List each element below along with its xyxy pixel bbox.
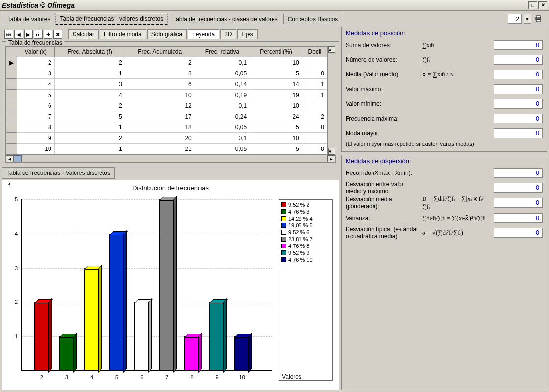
table-header[interactable]: Frec. Acumulada (125, 47, 195, 57)
frequency-table[interactable]: Valor (x)Frec. Absoluta (f)Frec. Acumula… (6, 47, 327, 154)
table-cell[interactable]: 0,1 (195, 57, 250, 68)
row-selector[interactable] (6, 68, 17, 79)
table-cell[interactable]: 2 (125, 57, 195, 68)
table-cell[interactable]: 6 (125, 79, 195, 90)
table-header[interactable]: Percentil(%) (250, 47, 302, 57)
table-cell[interactable]: 17 (125, 111, 195, 122)
main-tabs: Tabla de valores Tabla de frecuencias - … (0, 11, 549, 24)
table-cell[interactable]: 2 (54, 100, 125, 111)
table-cell[interactable]: 14 (250, 79, 302, 90)
leyenda-tab[interactable]: Leyenda (188, 29, 219, 39)
table-cell[interactable]: 0,05 (195, 122, 250, 133)
table-cell[interactable]: 0,05 (195, 144, 250, 154)
footer-tab[interactable]: Tabla de frecuencias - Valores discretos (2, 167, 115, 179)
table-cell[interactable]: 5 (17, 90, 55, 100)
table-cell[interactable]: 3 (54, 79, 125, 90)
table-cell[interactable]: 7 (17, 111, 55, 122)
table-header[interactable]: Valor (x) (17, 47, 55, 57)
table-cell[interactable]: 1 (302, 90, 327, 100)
scroll-left-icon[interactable]: ◂ (6, 155, 14, 162)
table-header[interactable]: Decil (302, 47, 327, 57)
row-selector[interactable] (6, 133, 17, 144)
table-cell[interactable]: 0,19 (195, 90, 250, 100)
nav-last-icon[interactable]: ⏭ (34, 30, 43, 39)
stat-value: 0 (494, 213, 543, 223)
table-cell[interactable]: 4 (17, 79, 55, 90)
table-cell[interactable]: 2 (54, 133, 125, 144)
row-selector[interactable] (6, 111, 17, 122)
horizontal-scrollbar[interactable]: ◂ ▸ (5, 155, 336, 163)
table-cell[interactable]: 2 (54, 57, 125, 68)
zoom-dropdown[interactable]: ▾ (524, 14, 531, 24)
table-cell[interactable]: 10 (250, 57, 302, 68)
nav-first-icon[interactable]: ⏮ (4, 30, 13, 39)
table-header[interactable]: Frec. relativa (195, 47, 250, 57)
table-cell[interactable]: 2 (302, 111, 327, 122)
table-cell[interactable]: 5 (250, 144, 302, 154)
table-cell[interactable]: 10 (250, 133, 302, 144)
table-cell[interactable]: 1 (54, 122, 125, 133)
row-selector[interactable] (6, 122, 17, 133)
ejes-tab[interactable]: Ejes (237, 29, 257, 39)
table-cell[interactable]: 0,1 (195, 100, 250, 111)
table-header[interactable]: Frec. Absoluta (f) (54, 47, 125, 57)
table-cell[interactable]: 1 (54, 68, 125, 79)
table-cell[interactable]: 10 (250, 100, 302, 111)
chart-area: f Distribución de frecuencias Valores 12… (2, 180, 339, 390)
table-cell[interactable]: 20 (125, 133, 195, 144)
nav-next-icon[interactable]: ▶ (24, 30, 33, 39)
table-cell[interactable]: 5 (250, 68, 302, 79)
table-cell[interactable]: 0,1 (195, 133, 250, 144)
maximize-button[interactable]: □ (528, 1, 537, 9)
table-cell[interactable]: 19 (250, 90, 302, 100)
solo-grafica-button[interactable]: Sólo gráfica (147, 29, 187, 39)
3d-tab[interactable]: 3D (220, 29, 236, 39)
print-icon[interactable] (533, 14, 543, 24)
row-selector[interactable] (6, 90, 17, 100)
table-cell[interactable]: 9 (17, 133, 55, 144)
table-cell[interactable]: 8 (17, 122, 55, 133)
table-cell[interactable]: 0,24 (195, 111, 250, 122)
table-cell[interactable]: 0 (302, 68, 327, 79)
table-cell[interactable]: 12 (125, 100, 195, 111)
close-button[interactable]: ✕ (538, 1, 547, 9)
tab-frecuencias-clases[interactable]: Tabla de frecuencias - clases de valores (169, 14, 282, 24)
row-selector[interactable] (6, 144, 17, 154)
table-cell[interactable]: 1 (54, 144, 125, 154)
table-cell[interactable]: 0,05 (195, 68, 250, 79)
table-cell[interactable] (302, 133, 327, 144)
table-cell[interactable]: 5 (250, 122, 302, 133)
filtro-moda-button[interactable]: Filtro de moda (100, 29, 146, 39)
table-cell[interactable]: 10 (17, 144, 55, 154)
stat-label: Suma de valores: (346, 42, 419, 49)
table-cell[interactable]: 24 (250, 111, 302, 122)
tab-conceptos-basicos[interactable]: Conceptos Básicos (283, 14, 343, 24)
add-icon[interactable]: ✚ (44, 30, 52, 39)
table-cell[interactable]: 0,14 (195, 79, 250, 90)
table-cell[interactable]: 3 (125, 68, 195, 79)
row-selector[interactable] (6, 79, 17, 90)
zoom-input[interactable] (508, 14, 522, 24)
calcular-button[interactable]: Calcular (68, 29, 99, 39)
table-cell[interactable] (302, 100, 327, 111)
vertical-scrollbar[interactable]: ▴ ▾ (328, 46, 336, 155)
row-selector[interactable]: ▶ (6, 57, 17, 68)
table-cell[interactable]: 3 (17, 68, 55, 79)
tab-tabla-valores[interactable]: Tabla de valores (3, 14, 54, 24)
scroll-right-icon[interactable]: ▸ (327, 155, 335, 162)
table-cell[interactable]: 5 (54, 111, 125, 122)
nav-prev-icon[interactable]: ◀ (14, 30, 23, 39)
table-cell[interactable]: 10 (125, 90, 195, 100)
table-cell[interactable]: 18 (125, 122, 195, 133)
tab-frecuencias-discretos[interactable]: Tabla de frecuencias - valores discretos (55, 13, 168, 25)
table-cell[interactable] (302, 57, 327, 68)
table-cell[interactable]: 0 (302, 144, 327, 154)
table-cell[interactable]: 4 (54, 90, 125, 100)
table-cell[interactable]: 0 (302, 122, 327, 133)
table-cell[interactable]: 2 (17, 57, 55, 68)
delete-icon[interactable]: ✖ (53, 30, 62, 39)
table-cell[interactable]: 1 (302, 79, 327, 90)
table-cell[interactable]: 21 (125, 144, 195, 154)
table-cell[interactable]: 6 (17, 100, 55, 111)
row-selector[interactable] (6, 100, 17, 111)
